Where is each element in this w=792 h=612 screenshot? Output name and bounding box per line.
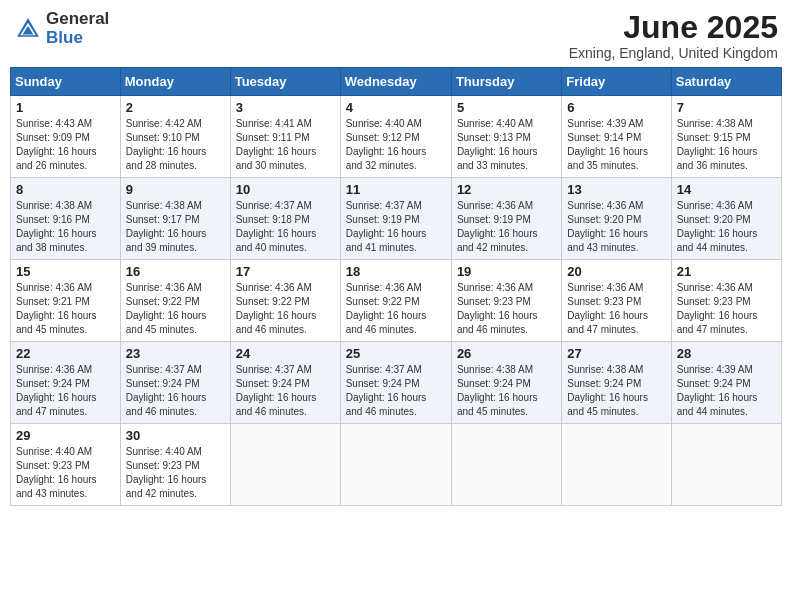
day-cell: 25Sunrise: 4:37 AM Sunset: 9:24 PM Dayli… (340, 342, 451, 424)
logo-icon (14, 15, 42, 43)
day-cell: 24Sunrise: 4:37 AM Sunset: 9:24 PM Dayli… (230, 342, 340, 424)
day-info: Sunrise: 4:38 AM Sunset: 9:24 PM Dayligh… (567, 363, 665, 419)
day-cell: 23Sunrise: 4:37 AM Sunset: 9:24 PM Dayli… (120, 342, 230, 424)
day-number: 27 (567, 346, 665, 361)
day-cell: 28Sunrise: 4:39 AM Sunset: 9:24 PM Dayli… (671, 342, 781, 424)
day-info: Sunrise: 4:36 AM Sunset: 9:22 PM Dayligh… (346, 281, 446, 337)
day-info: Sunrise: 4:37 AM Sunset: 9:18 PM Dayligh… (236, 199, 335, 255)
day-number: 23 (126, 346, 225, 361)
day-number: 22 (16, 346, 115, 361)
month-title: June 2025 (569, 10, 778, 45)
day-cell: 18Sunrise: 4:36 AM Sunset: 9:22 PM Dayli… (340, 260, 451, 342)
day-info: Sunrise: 4:36 AM Sunset: 9:23 PM Dayligh… (567, 281, 665, 337)
day-cell: 13Sunrise: 4:36 AM Sunset: 9:20 PM Dayli… (562, 178, 671, 260)
week-row-5: 29Sunrise: 4:40 AM Sunset: 9:23 PM Dayli… (11, 424, 782, 506)
day-number: 24 (236, 346, 335, 361)
week-row-3: 15Sunrise: 4:36 AM Sunset: 9:21 PM Dayli… (11, 260, 782, 342)
logo: General Blue (14, 10, 109, 47)
day-info: Sunrise: 4:39 AM Sunset: 9:24 PM Dayligh… (677, 363, 776, 419)
day-cell: 11Sunrise: 4:37 AM Sunset: 9:19 PM Dayli… (340, 178, 451, 260)
day-info: Sunrise: 4:41 AM Sunset: 9:11 PM Dayligh… (236, 117, 335, 173)
day-info: Sunrise: 4:37 AM Sunset: 9:24 PM Dayligh… (346, 363, 446, 419)
day-number: 17 (236, 264, 335, 279)
logo-general: General (46, 10, 109, 29)
day-info: Sunrise: 4:39 AM Sunset: 9:14 PM Dayligh… (567, 117, 665, 173)
day-number: 4 (346, 100, 446, 115)
day-cell: 29Sunrise: 4:40 AM Sunset: 9:23 PM Dayli… (11, 424, 121, 506)
day-cell: 20Sunrise: 4:36 AM Sunset: 9:23 PM Dayli… (562, 260, 671, 342)
day-cell: 27Sunrise: 4:38 AM Sunset: 9:24 PM Dayli… (562, 342, 671, 424)
day-info: Sunrise: 4:36 AM Sunset: 9:24 PM Dayligh… (16, 363, 115, 419)
week-row-2: 8Sunrise: 4:38 AM Sunset: 9:16 PM Daylig… (11, 178, 782, 260)
day-cell: 1Sunrise: 4:43 AM Sunset: 9:09 PM Daylig… (11, 96, 121, 178)
logo-blue: Blue (46, 29, 109, 48)
day-cell: 6Sunrise: 4:39 AM Sunset: 9:14 PM Daylig… (562, 96, 671, 178)
day-cell (340, 424, 451, 506)
title-area: June 2025 Exning, England, United Kingdo… (569, 10, 778, 61)
day-cell: 19Sunrise: 4:36 AM Sunset: 9:23 PM Dayli… (451, 260, 561, 342)
col-header-monday: Monday (120, 68, 230, 96)
day-number: 16 (126, 264, 225, 279)
day-number: 7 (677, 100, 776, 115)
day-info: Sunrise: 4:40 AM Sunset: 9:23 PM Dayligh… (16, 445, 115, 501)
day-info: Sunrise: 4:36 AM Sunset: 9:20 PM Dayligh… (677, 199, 776, 255)
day-info: Sunrise: 4:36 AM Sunset: 9:21 PM Dayligh… (16, 281, 115, 337)
day-cell (451, 424, 561, 506)
day-number: 29 (16, 428, 115, 443)
day-info: Sunrise: 4:38 AM Sunset: 9:16 PM Dayligh… (16, 199, 115, 255)
day-cell (562, 424, 671, 506)
day-info: Sunrise: 4:37 AM Sunset: 9:19 PM Dayligh… (346, 199, 446, 255)
col-header-sunday: Sunday (11, 68, 121, 96)
day-cell (671, 424, 781, 506)
day-number: 25 (346, 346, 446, 361)
day-info: Sunrise: 4:40 AM Sunset: 9:23 PM Dayligh… (126, 445, 225, 501)
day-number: 28 (677, 346, 776, 361)
day-info: Sunrise: 4:36 AM Sunset: 9:19 PM Dayligh… (457, 199, 556, 255)
day-cell: 22Sunrise: 4:36 AM Sunset: 9:24 PM Dayli… (11, 342, 121, 424)
day-cell: 21Sunrise: 4:36 AM Sunset: 9:23 PM Dayli… (671, 260, 781, 342)
location-subtitle: Exning, England, United Kingdom (569, 45, 778, 61)
day-cell: 17Sunrise: 4:36 AM Sunset: 9:22 PM Dayli… (230, 260, 340, 342)
day-number: 18 (346, 264, 446, 279)
page-header: General Blue June 2025 Exning, England, … (10, 10, 782, 61)
day-info: Sunrise: 4:36 AM Sunset: 9:20 PM Dayligh… (567, 199, 665, 255)
col-header-tuesday: Tuesday (230, 68, 340, 96)
day-info: Sunrise: 4:38 AM Sunset: 9:17 PM Dayligh… (126, 199, 225, 255)
day-cell (230, 424, 340, 506)
day-info: Sunrise: 4:38 AM Sunset: 9:15 PM Dayligh… (677, 117, 776, 173)
day-cell: 15Sunrise: 4:36 AM Sunset: 9:21 PM Dayli… (11, 260, 121, 342)
day-cell: 2Sunrise: 4:42 AM Sunset: 9:10 PM Daylig… (120, 96, 230, 178)
day-number: 13 (567, 182, 665, 197)
day-cell: 14Sunrise: 4:36 AM Sunset: 9:20 PM Dayli… (671, 178, 781, 260)
day-number: 15 (16, 264, 115, 279)
week-row-1: 1Sunrise: 4:43 AM Sunset: 9:09 PM Daylig… (11, 96, 782, 178)
day-number: 20 (567, 264, 665, 279)
day-info: Sunrise: 4:37 AM Sunset: 9:24 PM Dayligh… (126, 363, 225, 419)
calendar-header-row: SundayMondayTuesdayWednesdayThursdayFrid… (11, 68, 782, 96)
day-number: 26 (457, 346, 556, 361)
day-cell: 4Sunrise: 4:40 AM Sunset: 9:12 PM Daylig… (340, 96, 451, 178)
day-number: 5 (457, 100, 556, 115)
day-info: Sunrise: 4:40 AM Sunset: 9:13 PM Dayligh… (457, 117, 556, 173)
day-info: Sunrise: 4:43 AM Sunset: 9:09 PM Dayligh… (16, 117, 115, 173)
day-number: 6 (567, 100, 665, 115)
day-cell: 26Sunrise: 4:38 AM Sunset: 9:24 PM Dayli… (451, 342, 561, 424)
day-number: 10 (236, 182, 335, 197)
calendar-table: SundayMondayTuesdayWednesdayThursdayFrid… (10, 67, 782, 506)
day-info: Sunrise: 4:40 AM Sunset: 9:12 PM Dayligh… (346, 117, 446, 173)
day-info: Sunrise: 4:37 AM Sunset: 9:24 PM Dayligh… (236, 363, 335, 419)
day-cell: 9Sunrise: 4:38 AM Sunset: 9:17 PM Daylig… (120, 178, 230, 260)
day-number: 21 (677, 264, 776, 279)
day-info: Sunrise: 4:36 AM Sunset: 9:22 PM Dayligh… (236, 281, 335, 337)
day-number: 9 (126, 182, 225, 197)
day-number: 14 (677, 182, 776, 197)
col-header-wednesday: Wednesday (340, 68, 451, 96)
day-info: Sunrise: 4:36 AM Sunset: 9:23 PM Dayligh… (457, 281, 556, 337)
day-number: 1 (16, 100, 115, 115)
week-row-4: 22Sunrise: 4:36 AM Sunset: 9:24 PM Dayli… (11, 342, 782, 424)
day-cell: 30Sunrise: 4:40 AM Sunset: 9:23 PM Dayli… (120, 424, 230, 506)
day-info: Sunrise: 4:36 AM Sunset: 9:22 PM Dayligh… (126, 281, 225, 337)
day-cell: 10Sunrise: 4:37 AM Sunset: 9:18 PM Dayli… (230, 178, 340, 260)
col-header-friday: Friday (562, 68, 671, 96)
col-header-saturday: Saturday (671, 68, 781, 96)
